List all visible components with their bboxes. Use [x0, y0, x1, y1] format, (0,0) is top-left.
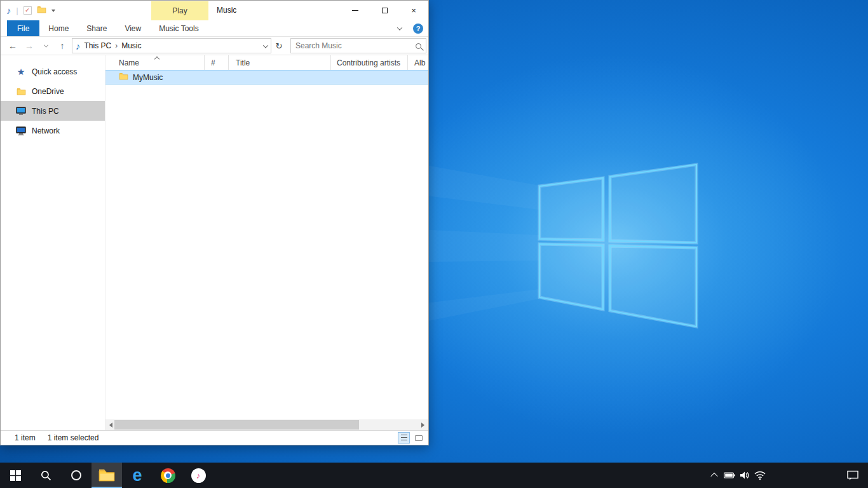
file-explorer-window: ♪ | ✓ Play Music × File Home Share View … [0, 0, 429, 445]
show-hidden-icons-button[interactable] [707, 463, 722, 488]
forward-button[interactable]: → [21, 37, 37, 54]
close-icon: × [411, 6, 416, 15]
properties-icon[interactable]: ✓ [24, 6, 32, 15]
column-header-name[interactable]: Name [105, 55, 205, 70]
tab-share[interactable]: Share [78, 20, 116, 36]
triangle-right-icon [421, 423, 424, 428]
search-icon[interactable] [416, 43, 421, 49]
file-rows: MyMusic [105, 70, 428, 419]
tray-spacer [768, 463, 845, 488]
maximize-button[interactable] [370, 1, 399, 20]
cortana-icon [71, 470, 81, 480]
file-name: MyMusic [133, 73, 163, 82]
taskbar-search-button[interactable] [31, 463, 61, 488]
chrome-icon [161, 468, 175, 483]
close-button[interactable]: × [399, 1, 428, 20]
column-header-title[interactable]: Title [229, 55, 331, 70]
network-icon [16, 126, 26, 135]
action-center-button[interactable] [845, 463, 860, 488]
wifi-icon [754, 471, 766, 480]
maximize-icon [382, 8, 388, 13]
column-label: Alb [414, 58, 425, 67]
selection-count: 1 item selected [48, 433, 99, 442]
window-title: Music [217, 1, 236, 20]
music-location-icon: ♪ [76, 41, 81, 51]
large-icons-view-icon [415, 435, 423, 441]
qat-separator: | [17, 6, 18, 15]
column-header-album[interactable]: Alb [408, 55, 428, 70]
tab-view[interactable]: View [116, 20, 150, 36]
onedrive-folder-icon [16, 88, 26, 95]
ribbon-tab-row: File Home Share View Music Tools ? [1, 20, 428, 37]
horizontal-scrollbar[interactable] [105, 419, 428, 430]
item-count: 1 item [15, 433, 36, 442]
address-bar[interactable]: ♪ This PC › Music [72, 38, 271, 53]
recent-locations-caret[interactable] [37, 37, 54, 54]
sidebar-item-label: Quick access [32, 67, 77, 76]
contextual-tab-group-play[interactable]: Play [151, 1, 208, 20]
search-icon [41, 470, 51, 481]
back-button[interactable]: ← [4, 37, 21, 54]
battery-status-button[interactable] [722, 463, 737, 488]
chrome-button[interactable] [153, 463, 183, 488]
sidebar-item-network[interactable]: Network [1, 121, 105, 140]
tab-home[interactable]: Home [39, 20, 78, 36]
view-toggles [398, 432, 424, 444]
sidebar-item-this-pc[interactable]: This PC [1, 101, 105, 121]
minimize-button[interactable] [341, 1, 370, 20]
large-icons-view-button[interactable] [412, 432, 424, 444]
details-view-icon [401, 435, 407, 441]
explorer-main: ★ Quick access OneDrive This PC Network [1, 55, 428, 430]
details-view-button[interactable] [398, 432, 410, 444]
breadcrumb-separator: › [115, 41, 118, 50]
edge-button[interactable]: e [122, 463, 153, 488]
action-center-icon [847, 470, 858, 480]
folder-icon [119, 72, 128, 82]
volume-button[interactable] [737, 463, 752, 488]
chevron-down-icon [397, 25, 402, 30]
column-label: Contributing artists [337, 58, 400, 67]
speaker-icon [740, 471, 750, 480]
itunes-button[interactable]: ♪ [183, 463, 214, 488]
search-input[interactable] [295, 41, 416, 50]
column-label: Name [119, 58, 139, 67]
qat-customize-caret-icon[interactable] [51, 10, 55, 12]
chevron-down-icon [263, 43, 268, 48]
column-header-number[interactable]: # [205, 55, 229, 70]
window-controls: × [341, 1, 428, 20]
sidebar-item-label: This PC [32, 107, 59, 116]
network-status-button[interactable] [752, 463, 768, 488]
minimize-icon [352, 10, 358, 11]
sidebar-item-quick-access[interactable]: ★ Quick access [1, 62, 105, 81]
up-button[interactable]: ↑ [54, 37, 71, 54]
help-button[interactable]: ? [413, 24, 423, 34]
new-folder-icon[interactable] [37, 6, 46, 15]
column-headers: Name # Title Contributing artists Alb [105, 55, 428, 70]
column-header-contributing-artists[interactable]: Contributing artists [331, 55, 408, 70]
breadcrumb-this-pc[interactable]: This PC [85, 41, 112, 50]
sidebar-item-label: OneDrive [32, 87, 64, 96]
system-tray [707, 463, 868, 488]
ribbon-expand-button[interactable] [394, 27, 405, 30]
breadcrumb-music[interactable]: Music [121, 41, 141, 50]
sort-ascending-icon [154, 57, 159, 62]
windows-logo-icon [10, 470, 21, 481]
scroll-right-button[interactable] [417, 419, 428, 430]
edge-icon: e [132, 467, 142, 484]
sidebar-item-label: Network [32, 126, 60, 135]
navigation-pane: ★ Quick access OneDrive This PC Network [1, 55, 105, 430]
cortana-button[interactable] [61, 463, 92, 488]
refresh-button[interactable]: ↻ [271, 38, 287, 53]
scrollbar-thumb[interactable] [114, 420, 359, 430]
tab-file[interactable]: File [7, 20, 39, 36]
tab-music-tools[interactable]: Music Tools [150, 20, 207, 36]
file-list-pane: Name # Title Contributing artists Alb [105, 55, 428, 430]
battery-icon [724, 471, 735, 479]
start-button[interactable] [0, 463, 31, 488]
sidebar-item-onedrive[interactable]: OneDrive [1, 81, 105, 101]
chevron-up-icon [710, 473, 717, 480]
quick-access-toolbar: ♪ | ✓ [6, 6, 55, 15]
file-row-mymusic[interactable]: MyMusic [105, 70, 428, 85]
address-dropdown-caret[interactable] [264, 41, 268, 50]
taskbar-file-explorer-button[interactable] [92, 463, 122, 488]
